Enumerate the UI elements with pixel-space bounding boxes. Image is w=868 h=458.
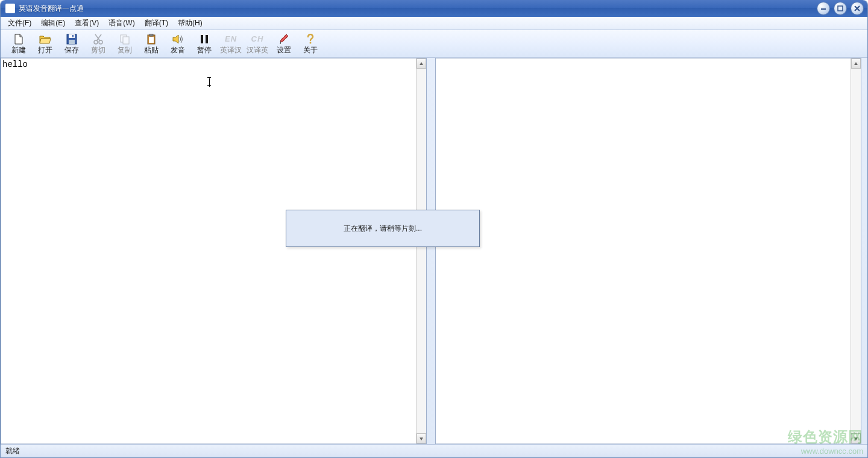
tool-copy[interactable]: 复制 [112, 31, 138, 56]
tool-cn-to-en[interactable]: CH 汉译英 [244, 31, 271, 56]
menu-translate[interactable]: 翻译(T) [140, 17, 173, 30]
svg-rect-13 [123, 37, 129, 44]
svg-rect-1 [838, 6, 843, 11]
open-folder-icon [39, 34, 51, 45]
cut-scissors-icon [92, 34, 104, 45]
speaker-icon [172, 34, 184, 45]
tool-copy-label: 复制 [118, 46, 132, 54]
tool-paste[interactable]: 粘贴 [138, 31, 165, 56]
input-pane[interactable]: hello [1, 58, 427, 444]
output-scrollbar[interactable] [851, 58, 861, 444]
tool-cut-label: 剪切 [91, 46, 105, 54]
status-bar: 就绪 [1, 444, 867, 457]
menu-view[interactable]: 查看(V) [70, 17, 104, 30]
menu-help[interactable]: 帮助(H) [173, 17, 207, 30]
menu-file[interactable]: 文件(F) [3, 17, 36, 30]
tool-open[interactable]: 打开 [32, 31, 58, 56]
tool-en2cn-label: 英译汉 [220, 46, 242, 54]
scroll-down-button[interactable] [417, 433, 426, 444]
svg-rect-15 [149, 34, 153, 36]
tool-pause[interactable]: 暂停 [191, 31, 218, 56]
window-controls [817, 2, 864, 15]
svg-rect-7 [72, 35, 74, 37]
minimize-button[interactable] [817, 2, 830, 15]
svg-rect-18 [206, 35, 208, 43]
output-pane[interactable] [435, 58, 861, 444]
tool-paste-label: 粘贴 [144, 46, 159, 54]
tool-new[interactable]: 新建 [5, 31, 32, 56]
tool-save[interactable]: 保存 [58, 31, 85, 56]
minimize-icon [820, 5, 827, 12]
tool-speak-label: 发音 [171, 46, 185, 54]
tool-about[interactable]: 关于 [297, 31, 324, 56]
tool-open-label: 打开 [38, 46, 52, 54]
input-scrollbar[interactable] [416, 58, 426, 444]
paste-clipboard-icon [145, 34, 157, 45]
status-text: 就绪 [5, 446, 20, 456]
tool-about-label: 关于 [303, 46, 318, 54]
scroll-down-button[interactable] [851, 433, 861, 444]
save-disk-icon [66, 34, 78, 45]
window-title: 英语发音翻译一点通 [19, 4, 817, 14]
close-button[interactable] [851, 2, 864, 15]
svg-rect-16 [149, 37, 154, 43]
dialog-message: 正在翻译，请稍等片刻... [344, 224, 422, 234]
svg-point-9 [99, 40, 102, 44]
tool-en-to-cn[interactable]: EN 英译汉 [218, 31, 244, 56]
tool-settings-label: 设置 [277, 46, 291, 54]
en-text-icon: EN [225, 34, 237, 45]
scroll-up-button[interactable] [417, 58, 426, 69]
tool-cn2en-label: 汉译英 [247, 46, 268, 54]
cn-text-icon: CH [251, 34, 263, 45]
svg-point-8 [94, 40, 98, 44]
scroll-track[interactable] [851, 69, 861, 433]
maximize-button[interactable] [834, 2, 847, 15]
svg-rect-5 [69, 34, 75, 38]
app-icon [5, 4, 15, 13]
content-area: hello [1, 58, 867, 444]
tool-pause-label: 暂停 [197, 46, 212, 54]
menu-voice[interactable]: 语音(W) [104, 17, 139, 30]
tool-settings[interactable]: 设置 [271, 31, 297, 56]
pencil-icon [278, 34, 290, 45]
svg-rect-6 [69, 40, 75, 44]
tool-speak[interactable]: 发音 [165, 31, 191, 56]
scroll-track[interactable] [417, 69, 426, 433]
tool-save-label: 保存 [64, 46, 79, 54]
pause-icon [198, 34, 210, 45]
toolbar: 新建 打开 保存 剪切 复制 粘贴 发音 暂停 [1, 30, 867, 58]
menu-bar: 文件(F) 编辑(E) 查看(V) 语音(W) 翻译(T) 帮助(H) [1, 17, 867, 30]
close-icon [854, 5, 861, 12]
question-icon [304, 34, 316, 45]
svg-rect-17 [201, 35, 203, 43]
scroll-up-button[interactable] [851, 58, 861, 69]
tool-new-label: 新建 [11, 46, 26, 54]
menu-edit[interactable]: 编辑(E) [36, 17, 70, 30]
copy-icon [119, 34, 131, 45]
tool-cut[interactable]: 剪切 [85, 31, 112, 56]
input-text: hello [2, 60, 28, 69]
progress-dialog: 正在翻译，请稍等片刻... [286, 210, 480, 247]
maximize-icon [837, 5, 844, 12]
title-bar[interactable]: 英语发音翻译一点通 [1, 0, 867, 17]
new-file-icon [13, 34, 25, 45]
svg-point-19 [310, 42, 312, 43]
